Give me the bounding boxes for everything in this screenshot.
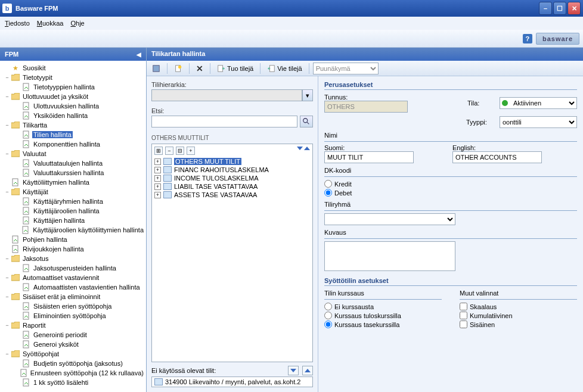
sidebar-item[interactable]: Valuuttakurssien hallinta — [1, 168, 145, 178]
view-select[interactable]: Puunäkymä — [313, 63, 379, 74]
account-tree-node[interactable]: +ASSETS TASE VASTAAVAA — [154, 191, 310, 199]
maximize-button[interactable]: ☐ — [553, 2, 566, 15]
tree-collapse-1[interactable]: − — [165, 147, 173, 155]
sidebar-item[interactable]: −Tilikartta — [1, 120, 145, 130]
description-field[interactable] — [324, 241, 455, 271]
menu-file[interactable]: Tiedosto — [5, 20, 30, 27]
sidebar-item[interactable]: Rivijoukkojen hallinta — [1, 244, 145, 254]
tree-collapse-2[interactable]: ⊟ — [176, 147, 184, 155]
name-fi-field[interactable] — [324, 151, 414, 163]
account-tree-node[interactable]: +FINANC RAHOITUSLASKELMA — [154, 166, 310, 174]
sidebar-item[interactable]: Generoi yksiköt — [1, 340, 145, 349]
close-button[interactable]: ✕ — [568, 2, 581, 15]
sidebar-item[interactable]: −Käyttäjät — [1, 187, 145, 197]
sidebar-item[interactable]: −Jaksotus — [1, 254, 145, 263]
save-button[interactable] — [149, 63, 163, 74]
sidebar-item[interactable]: Ennusteen syöttöpohja (12 kk rullaava) — [1, 368, 145, 378]
account-tree-node[interactable]: +OTHERS MUUT TILIT — [154, 157, 310, 166]
name-en-field[interactable] — [452, 151, 542, 163]
sidebar-item[interactable]: −Valuutat — [1, 149, 145, 158]
kredit-radio[interactable] — [324, 180, 332, 188]
minimize-button[interactable]: – — [539, 2, 552, 15]
status-select[interactable]: Aktiivinen — [500, 97, 577, 109]
sidebar-item[interactable]: Ulottuvuuksien hallinta — [1, 101, 145, 111]
tree-toggle[interactable]: − — [4, 74, 11, 80]
expand-icon[interactable]: + — [154, 158, 161, 165]
account-tree[interactable]: ⊞ − ⊟ + +OTHERS MUUT TILIT+FINANC RAHOIT… — [151, 144, 313, 362]
cumulative-checkbox[interactable] — [460, 312, 467, 319]
tree-toggle[interactable]: − — [4, 322, 11, 328]
tree-toggle[interactable]: − — [4, 256, 11, 262]
sidebar-item[interactable]: Komponenttien hallinta — [1, 139, 145, 149]
sidebar-item[interactable]: Käyttäjäryhmien hallinta — [1, 197, 145, 206]
unused-list[interactable]: 314900 Liikevaihto / myynti, palvelut, a… — [151, 377, 313, 387]
account-tree-node[interactable]: +INCOME TULOSLASKELMA — [154, 174, 310, 182]
tree-expand-all[interactable]: ⊞ — [154, 147, 163, 155]
sidebar-item[interactable]: Yksiköiden hallinta — [1, 111, 145, 120]
sidebar-item[interactable]: Valuuttataulujen hallinta — [1, 158, 145, 168]
sidebar-item[interactable]: Budjetin syöttöpohja (jaksotus) — [1, 359, 145, 368]
sidebar-item[interactable]: Jaksotusperusteiden hallinta — [1, 263, 145, 273]
unused-down-icon[interactable] — [288, 366, 299, 375]
tree-move-up-icon[interactable] — [304, 147, 310, 150]
scaling-checkbox[interactable] — [460, 303, 467, 310]
tree-toggle[interactable]: − — [4, 151, 11, 157]
account-icon — [163, 175, 172, 182]
sidebar-item[interactable]: −Tietotyypit — [1, 73, 145, 82]
tree-toggle[interactable]: − — [4, 122, 11, 128]
sidebar-item[interactable]: Sisäisten erien syöttöpohja — [1, 301, 145, 311]
sidebar-item[interactable]: Käyttäjien hallinta — [1, 216, 145, 225]
help-icon[interactable]: ? — [523, 34, 532, 43]
sidebar-item[interactable]: 1 kk syöttö lisälehti — [1, 378, 145, 387]
tree-toggle[interactable]: − — [4, 351, 11, 357]
new-button[interactable] — [171, 63, 185, 74]
import-accounts-button[interactable]: Tuo tilejä — [214, 63, 256, 74]
tree-toggle[interactable]: − — [4, 275, 11, 281]
brand-logo[interactable]: basware — [536, 33, 579, 45]
expand-icon[interactable]: + — [154, 167, 161, 173]
unused-up-icon[interactable] — [302, 366, 313, 375]
menu-edit[interactable]: Muokkaa — [37, 20, 64, 27]
tree-move-down-icon[interactable] — [297, 147, 303, 150]
expand-icon[interactable]: + — [154, 183, 161, 190]
sidebar-item[interactable]: Pohjien hallinta — [1, 235, 145, 244]
sidebar-collapse-icon[interactable]: ◀ — [137, 51, 141, 58]
sidebar-item[interactable]: −Sisäiset erät ja eliminoinnit — [1, 292, 145, 301]
sidebar-item[interactable]: Tietotyyppien hallinta — [1, 82, 145, 92]
account-group-select[interactable] — [324, 213, 455, 225]
internal-checkbox[interactable] — [460, 321, 467, 328]
expand-icon[interactable]: + — [154, 175, 161, 182]
hierarchy-select[interactable]: ▾ — [151, 89, 313, 101]
search-button[interactable] — [300, 116, 313, 127]
sidebar-item[interactable]: Eliminointien syöttöpohja — [1, 311, 145, 321]
rate-result-radio[interactable] — [324, 312, 332, 319]
delete-button[interactable]: ✕ — [193, 62, 206, 75]
expand-icon[interactable]: + — [154, 192, 161, 198]
tree-toggle[interactable]: − — [4, 294, 11, 300]
search-input[interactable] — [151, 116, 297, 127]
rate-balance-radio[interactable] — [324, 321, 332, 328]
tree-item-label: Valuuttataulujen hallinta — [32, 160, 104, 167]
sidebar-item[interactable]: Generointi periodit — [1, 330, 145, 340]
tree-toggle[interactable]: − — [4, 189, 11, 195]
sidebar-item[interactable]: −Raportit — [1, 321, 145, 330]
account-tree-node[interactable]: +LIABIL TASE VASTATTAVAA — [154, 182, 310, 191]
sidebar-item[interactable]: Tilien hallinta — [1, 130, 145, 139]
sidebar-item[interactable]: −Ulottuvuudet ja yksiköt — [1, 92, 145, 101]
sidebar-item[interactable]: Käyttäjäroolien hallinta — [1, 206, 145, 216]
sidebar-item[interactable]: Käyttäjäroolien käyttöliittymien hallint… — [1, 225, 145, 235]
unused-item[interactable]: 314900 Liikevaihto / myynti, palvelut, a… — [165, 378, 300, 385]
export-accounts-button[interactable]: Vie tilejä — [264, 63, 305, 74]
rate-none-radio[interactable] — [324, 303, 332, 310]
menu-help[interactable]: Ohje — [70, 20, 84, 27]
sidebar-item[interactable]: −Automaattiset vastaviennit — [1, 273, 145, 282]
sidebar-item[interactable]: ★Suosikit — [1, 63, 145, 73]
sidebar-item[interactable]: Automaattisten vastavientien hallinta — [1, 282, 145, 292]
debet-radio[interactable] — [324, 189, 332, 197]
tree-toggle[interactable]: − — [4, 94, 11, 99]
sidebar-tree[interactable]: ★Suosikit−TietotyypitTietotyyppien halli… — [0, 61, 146, 392]
sidebar-item[interactable]: −Syöttöpohjat — [1, 349, 145, 359]
type-select[interactable]: oonttili — [500, 116, 577, 128]
sidebar-item[interactable]: Käyttöliittymien hallinta — [1, 178, 145, 187]
tree-expand-1[interactable]: + — [187, 147, 195, 155]
